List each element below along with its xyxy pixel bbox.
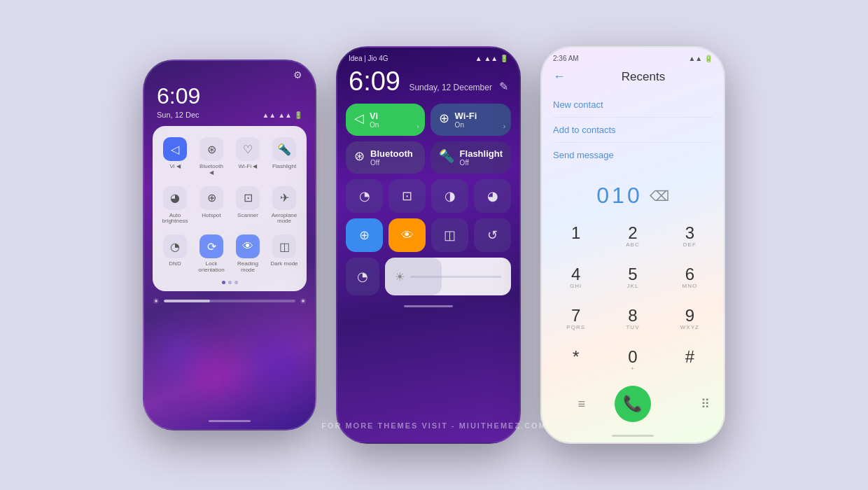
ctrl-flashlight-label: Flashlight <box>272 164 296 170</box>
toggle-bluetooth[interactable]: ⊛ Bluetooth Off <box>346 141 425 174</box>
small-btn-4[interactable]: ◕ <box>474 179 511 213</box>
ctrl-rotate[interactable]: ⟳ Lock orientation <box>195 230 228 276</box>
dot-2 <box>228 281 232 284</box>
bluetooth-toggle-icon: ⊛ <box>354 148 365 164</box>
ctrl-dots <box>158 276 301 286</box>
phone1-status-icons: ▲▲ ▲▲ 🔋 <box>262 111 302 119</box>
key-6[interactable]: 6 MNO <box>662 257 718 298</box>
phone3-status-icons: ▲▲ 🔋 <box>688 55 713 62</box>
brightness-bar[interactable]: ☀ ☀ <box>153 297 307 306</box>
small-btn-7[interactable]: ◫ <box>431 218 468 252</box>
ctrl-hotspot[interactable]: ⊕ Hotspot <box>195 182 228 228</box>
ctrl-dark[interactable]: ◫ Dark mode <box>267 230 301 276</box>
small-btn-1[interactable]: ◔ <box>346 179 383 213</box>
key-0[interactable]: 0 + <box>604 340 661 382</box>
key-star[interactable]: * <box>547 340 604 382</box>
key-1[interactable]: 1 <box>547 216 604 257</box>
ctrl-dnd-label: DND <box>169 261 181 267</box>
wifi-toggle-text: Wi-Fi On <box>455 111 477 129</box>
small-btn-6[interactable]: 👁 <box>388 218 426 252</box>
bluetooth-toggle-text: Bluetooth Off <box>370 148 413 167</box>
add-contacts-link[interactable]: Add to contacts <box>553 118 713 143</box>
phone3-dialer: 2:36 AM ▲▲ 🔋 ← Recents New contact Add t… <box>540 46 725 444</box>
dialer-bottom-bar: ≡ 📞 ⠿ <box>542 382 724 432</box>
brightness-row: ◔ ☀ <box>337 258 519 295</box>
key-4[interactable]: 4 GHI <box>547 257 604 298</box>
ctrl-vi[interactable]: ◁ Vi ◀ <box>158 133 192 179</box>
phones-container: ⚙ 6:09 Sun, 12 Dec ▲▲ ▲▲ 🔋 ◁ Vi ◀ ⊛ Blue… <box>143 46 725 444</box>
phone1-time: 6:09 <box>144 83 315 109</box>
phone2-status-bar: Idea | Jio 4G ▲ ▲▲ 🔋 <box>337 48 519 66</box>
vi-toggle-icon: ◁ <box>354 111 364 126</box>
key-3[interactable]: 3 DEF <box>662 216 718 257</box>
ctrl-brightness[interactable]: ◕ Auto brightness <box>158 182 192 228</box>
rotate-icon: ⟳ <box>200 234 223 258</box>
small-btn-2[interactable]: ⊡ <box>388 179 426 213</box>
phone3-home-indicator <box>612 435 654 437</box>
ctrl-bluetooth[interactable]: ⊛ Bluetooth ◀ <box>195 133 228 179</box>
phone1-lockscreen: ⚙ 6:09 Sun, 12 Dec ▲▲ ▲▲ 🔋 ◁ Vi ◀ ⊛ Blue… <box>143 59 316 430</box>
key-5[interactable]: 5 JKL <box>604 257 661 298</box>
brightness-btn[interactable]: ◔ <box>346 258 379 295</box>
key-8[interactable]: 8 TUV <box>604 299 661 340</box>
ctrl-flashlight[interactable]: 🔦 Flashlight <box>267 133 301 179</box>
dnd-icon: ◔ <box>163 234 187 258</box>
small-btn-3[interactable]: ◑ <box>431 179 468 213</box>
blob2 <box>186 352 242 394</box>
vi-icon: ◁ <box>163 137 187 161</box>
back-button[interactable]: ← <box>553 69 566 84</box>
backspace-button[interactable]: ⌫ <box>650 188 669 204</box>
small-icons-row2: ⊕ 👁 ◫ ↺ <box>337 218 519 252</box>
key-hash[interactable]: # <box>662 340 718 382</box>
ctrl-wifi-label: Wi-Fi ◀ <box>239 164 258 170</box>
phone3-header: ← Recents <box>542 65 724 92</box>
ctrl-bluetooth-label: Bluetooth ◀ <box>197 164 225 176</box>
gear-icon[interactable]: ⚙ <box>293 69 302 80</box>
dialer-number-display: 010 ⌫ <box>542 173 724 216</box>
ctrl-scanner[interactable]: ⊡ Scanner <box>231 182 265 228</box>
small-btn-8[interactable]: ↺ <box>474 218 511 252</box>
toggle-flashlight[interactable]: 🔦 Flashlight Off <box>430 141 511 174</box>
small-icons-row1: ◔ ⊡ ◑ ◕ <box>337 179 519 213</box>
control-panel: ◁ Vi ◀ ⊛ Bluetooth ◀ ♡ Wi-Fi ◀ 🔦 Flashli… <box>153 126 307 291</box>
dot-3 <box>234 281 238 284</box>
toggle-wifi[interactable]: ⊕ Wi-Fi On › <box>430 104 511 136</box>
ctrl-dnd[interactable]: ◔ DND <box>158 230 192 276</box>
phone2-time: 6:09 <box>349 66 400 96</box>
ctrl-vi-label: Vi ◀ <box>169 164 180 170</box>
vi-toggle-text: Vi On <box>370 111 379 129</box>
reading-icon: 👁 <box>236 234 260 258</box>
toggle-vi[interactable]: ◁ Vi On › <box>346 104 425 136</box>
new-contact-link[interactable]: New contact <box>553 92 713 118</box>
phone3-status-bar: 2:36 AM ▲▲ 🔋 <box>542 48 724 65</box>
phone1-date: Sun, 12 Dec ▲▲ ▲▲ 🔋 <box>144 109 315 126</box>
ctrl-hotspot-label: Hotspot <box>202 213 221 219</box>
ctrl-dark-label: Dark mode <box>270 261 298 267</box>
vi-chevron: › <box>416 122 419 130</box>
dark-icon: ◫ <box>272 234 296 258</box>
brightness-track-inner <box>410 276 501 278</box>
phone3-actions: New contact Add to contacts Send message <box>542 92 724 167</box>
wifi-chevron: › <box>503 122 505 130</box>
ctrl-airplane-label: Aeroplane mode <box>270 213 298 225</box>
scanner-icon: ⊡ <box>236 186 260 210</box>
edit-icon[interactable]: ✎ <box>499 80 508 93</box>
watermark: FOR MORE THEMES VISIT - MIUITHEMEZ.COM <box>321 421 547 430</box>
recents-title: Recents <box>574 70 713 84</box>
key-7[interactable]: 7 PQRS <box>547 299 604 340</box>
call-button[interactable]: 📞 <box>615 386 651 422</box>
send-message-link[interactable]: Send message <box>553 143 713 167</box>
dialpad-grid-icon[interactable]: ⠿ <box>659 396 710 412</box>
ctrl-rotate-label: Lock orientation <box>197 261 225 274</box>
menu-icon[interactable]: ≡ <box>556 397 607 412</box>
hotspot-icon: ⊕ <box>200 186 223 210</box>
key-9[interactable]: 9 WXYZ <box>662 299 718 340</box>
ctrl-reading[interactable]: 👁 Reading mode <box>231 230 265 276</box>
small-btn-5[interactable]: ⊕ <box>346 218 383 252</box>
brightness-slider[interactable]: ☀ <box>385 258 511 295</box>
ctrl-airplane[interactable]: ✈ Aeroplane mode <box>267 182 301 228</box>
key-2[interactable]: 2 ABC <box>604 216 661 257</box>
ctrl-wifi[interactable]: ♡ Wi-Fi ◀ <box>231 133 265 179</box>
flashlight-toggle-text: Flashlight Off <box>460 148 503 167</box>
flashlight-icon: 🔦 <box>272 137 296 161</box>
